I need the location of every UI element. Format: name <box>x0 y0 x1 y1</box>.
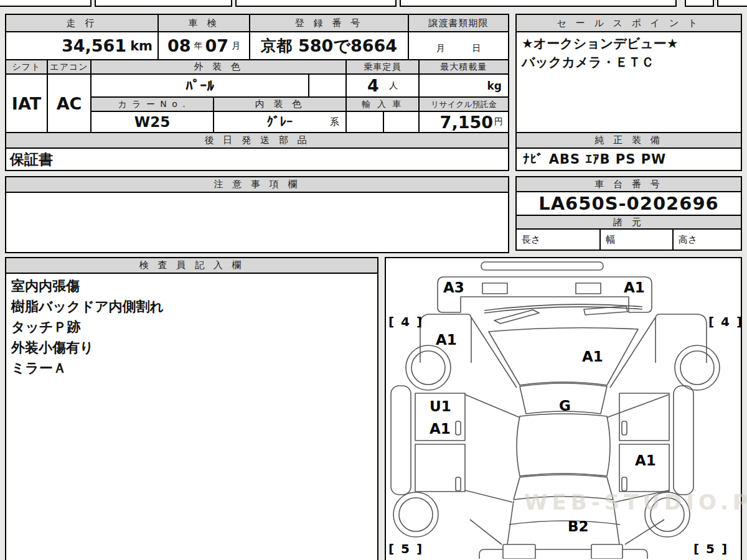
spec-height-label: 高さ <box>679 234 697 246</box>
cropped-row-fragment <box>400 0 677 7</box>
inspector-line: タッチＰ跡 <box>11 317 372 337</box>
inspection-header: 車 検 <box>157 14 250 32</box>
mileage-header: 走 行 <box>5 14 159 32</box>
transfer-docs-header: 譲渡書類期限 <box>408 14 509 32</box>
spec-height-cell: 高さ <box>672 228 742 251</box>
damage-code-front-left-bumper: A3 <box>443 279 464 296</box>
max-load-value: kg <box>418 73 509 98</box>
transfer-day-label: 日 <box>472 43 481 54</box>
import-value-cell <box>383 111 420 133</box>
car-damage-diagram: WEB-STUDIO.PRO A3 A1 [ 4 ] [ 4 ] A1 A1 G… <box>385 257 742 560</box>
chassis-header: 車 台 番 号 <box>515 176 742 192</box>
notes-header: 注 意 事 項 欄 <box>5 176 509 193</box>
auction-sheet: { "table": { "mileage_header": "走 行", "m… <box>0 0 747 560</box>
spec-width-cell: 幅 <box>599 228 674 251</box>
later-parts-value: 保証書 <box>5 147 509 171</box>
transfer-docs-value: 月 日 <box>408 31 509 60</box>
watermark: WEB-STUDIO.PRO <box>524 490 747 515</box>
later-parts-header: 後 日 発 送 部 品 <box>5 132 509 149</box>
notes-body <box>5 192 509 253</box>
mileage-number: 34,561 <box>62 36 126 55</box>
recycle-number: 7,150 <box>440 113 493 132</box>
cropped-row-fragment <box>717 0 747 7</box>
inspection-value: 08 年 07 月 <box>157 31 250 60</box>
mileage-value: 34,561 km <box>5 31 159 60</box>
equipment-header: 純 正 装 備 <box>515 132 742 149</box>
chassis-text: LA650S-0202696 <box>538 193 719 214</box>
damage-code-front-left-door-lower: A1 <box>430 421 451 437</box>
damage-code-front-left-door-upper: U1 <box>430 398 451 414</box>
damage-code-front-right-bumper: A1 <box>624 279 645 296</box>
color-no-value: W25 <box>90 111 214 133</box>
tire-depth-front-left: [ 4 ] <box>388 314 423 329</box>
max-load-header: 最大積載量 <box>418 59 509 75</box>
capacity-header: 乗車定員 <box>345 59 420 75</box>
equipment-text: ﾅﾋﾞ ABS ｴｱB PS PW <box>523 152 666 167</box>
exterior-color-header: 外 装 色 <box>90 59 347 75</box>
shift-code: IAT <box>12 94 41 113</box>
recycle-deposit-header: リサイクル預託金 <box>418 96 509 112</box>
capacity-number: 4 <box>367 76 379 95</box>
interior-color-value: ｸﾞﾚｰ 系 <box>213 111 347 133</box>
inspector-line: 外装小傷有り <box>11 337 372 358</box>
inspector-body: 室内内張傷 樹脂バックドア内側割れ タッチＰ跡 外装小傷有り ミラーＡ <box>5 273 378 560</box>
damage-code-rear-gate: B2 <box>568 518 589 534</box>
mileage-unit: km <box>130 39 153 54</box>
inspection-month: 07 <box>205 36 229 55</box>
damage-code-roof-front: G <box>559 398 571 414</box>
registration-value: 京都 580で8664 <box>249 31 409 60</box>
damage-code-front-left-fender: A1 <box>436 332 457 348</box>
aircon-code: AC <box>57 94 82 113</box>
spec-width-label: 幅 <box>606 234 615 246</box>
interior-color-text: ｸﾞﾚｰ <box>267 114 293 129</box>
chassis-value: LA650S-0202696 <box>515 191 742 216</box>
import-header: 輸 入 車 <box>345 96 420 112</box>
registration-area: 京都 <box>261 35 292 56</box>
aircon-value: AC <box>47 73 92 133</box>
import-value-cell <box>345 111 384 133</box>
inspector-line: 樹脂バックドア内側割れ <box>11 296 372 317</box>
sales-point-line: バックカメラ・ＥＴＣ <box>522 53 736 72</box>
shift-header: シフト <box>5 59 48 75</box>
capacity-value: 4 人 <box>345 73 420 98</box>
cropped-row-fragment <box>0 0 92 7</box>
inspection-year: 08 <box>167 36 191 55</box>
cropped-row-fragment <box>685 0 714 7</box>
cropped-row-fragment <box>95 0 232 7</box>
sales-point-header: セ ー ル ス ポ イ ン ト <box>515 14 742 32</box>
aircon-header: エアコン <box>47 59 92 75</box>
spec-length-label: 長さ <box>522 234 540 246</box>
interior-color-header: 内 装 色 <box>213 96 347 112</box>
spec-length-cell: 長さ <box>515 228 601 251</box>
inspector-line: 室内内張傷 <box>11 276 372 296</box>
damage-code-windshield: A1 <box>582 348 603 365</box>
sales-point-line: ★オークションデビュー★ <box>522 34 736 53</box>
recycle-deposit-value: 7,150 円 <box>418 111 509 133</box>
exterior-color-extra-cell <box>308 73 347 98</box>
exterior-color-value: ﾊﾟｰﾙ <box>90 73 309 98</box>
shift-value: IAT <box>5 73 48 133</box>
inspection-year-unit: 年 <box>194 40 203 52</box>
damage-code-rear-right-door: A1 <box>635 452 656 469</box>
equipment-value: ﾅﾋﾞ ABS ｴｱB PS PW <box>515 147 742 171</box>
color-no-text: W25 <box>134 114 170 130</box>
tire-depth-rear-right: [ 5 ] <box>693 541 728 556</box>
specs-header: 諸 元 <box>515 215 742 230</box>
transfer-month-label: 月 <box>436 43 445 54</box>
sales-point-body: ★オークションデビュー★ バックカメラ・ＥＴＣ <box>515 31 742 133</box>
inspector-header: 検 査 員 記 入 欄 <box>5 257 378 274</box>
cropped-row-fragment <box>235 0 397 7</box>
later-parts-text: 保証書 <box>10 150 53 169</box>
inspection-month-unit: 月 <box>232 40 240 52</box>
tire-depth-front-right: [ 4 ] <box>708 314 743 329</box>
max-load-unit: kg <box>487 80 502 92</box>
color-no-header: カ ラ ー N o . <box>90 96 214 112</box>
inspector-line: ミラーＡ <box>11 358 372 378</box>
recycle-unit: 円 <box>494 116 503 128</box>
interior-color-suffix: 系 <box>330 116 339 128</box>
tire-depth-rear-left: [ 5 ] <box>388 541 423 556</box>
registration-header: 登 録 番 号 <box>249 14 409 32</box>
exterior-color-text: ﾊﾟｰﾙ <box>186 78 214 94</box>
capacity-unit: 人 <box>389 80 398 91</box>
registration-number: 580で8664 <box>298 35 397 57</box>
